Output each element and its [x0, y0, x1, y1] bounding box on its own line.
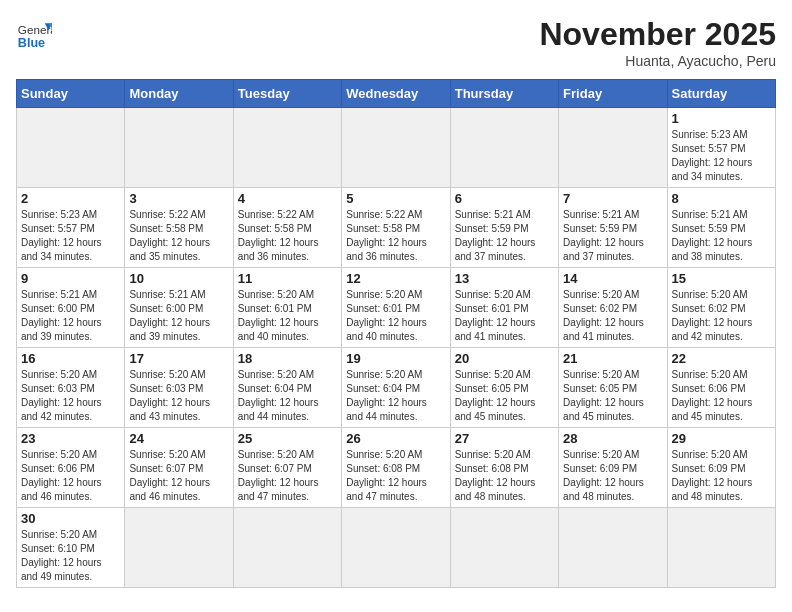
month-title: November 2025: [539, 16, 776, 53]
calendar-day-cell: 6Sunrise: 5:21 AMSunset: 5:59 PMDaylight…: [450, 188, 558, 268]
day-number: 16: [21, 351, 120, 366]
day-info: Sunrise: 5:20 AMSunset: 6:03 PMDaylight:…: [129, 368, 228, 424]
calendar-day-cell: [450, 508, 558, 588]
calendar-header-row: SundayMondayTuesdayWednesdayThursdayFrid…: [17, 80, 776, 108]
day-number: 10: [129, 271, 228, 286]
calendar-day-cell: 14Sunrise: 5:20 AMSunset: 6:02 PMDayligh…: [559, 268, 667, 348]
column-header-wednesday: Wednesday: [342, 80, 450, 108]
day-number: 18: [238, 351, 337, 366]
logo-icon: General Blue: [16, 16, 52, 52]
day-number: 26: [346, 431, 445, 446]
day-number: 15: [672, 271, 771, 286]
calendar-day-cell: 25Sunrise: 5:20 AMSunset: 6:07 PMDayligh…: [233, 428, 341, 508]
day-number: 2: [21, 191, 120, 206]
day-number: 19: [346, 351, 445, 366]
calendar-day-cell: 22Sunrise: 5:20 AMSunset: 6:06 PMDayligh…: [667, 348, 775, 428]
calendar-week-row: 23Sunrise: 5:20 AMSunset: 6:06 PMDayligh…: [17, 428, 776, 508]
calendar-day-cell: 18Sunrise: 5:20 AMSunset: 6:04 PMDayligh…: [233, 348, 341, 428]
calendar-week-row: 30Sunrise: 5:20 AMSunset: 6:10 PMDayligh…: [17, 508, 776, 588]
day-number: 3: [129, 191, 228, 206]
location-subtitle: Huanta, Ayacucho, Peru: [539, 53, 776, 69]
day-info: Sunrise: 5:20 AMSunset: 6:03 PMDaylight:…: [21, 368, 120, 424]
day-number: 1: [672, 111, 771, 126]
day-number: 28: [563, 431, 662, 446]
day-number: 6: [455, 191, 554, 206]
calendar-day-cell: 19Sunrise: 5:20 AMSunset: 6:04 PMDayligh…: [342, 348, 450, 428]
day-info: Sunrise: 5:21 AMSunset: 5:59 PMDaylight:…: [455, 208, 554, 264]
calendar-day-cell: 9Sunrise: 5:21 AMSunset: 6:00 PMDaylight…: [17, 268, 125, 348]
day-info: Sunrise: 5:20 AMSunset: 6:06 PMDaylight:…: [21, 448, 120, 504]
day-info: Sunrise: 5:22 AMSunset: 5:58 PMDaylight:…: [129, 208, 228, 264]
column-header-friday: Friday: [559, 80, 667, 108]
calendar-day-cell: 17Sunrise: 5:20 AMSunset: 6:03 PMDayligh…: [125, 348, 233, 428]
calendar-day-cell: 23Sunrise: 5:20 AMSunset: 6:06 PMDayligh…: [17, 428, 125, 508]
svg-text:Blue: Blue: [18, 36, 45, 50]
day-info: Sunrise: 5:20 AMSunset: 6:09 PMDaylight:…: [563, 448, 662, 504]
page-header: General Blue November 2025 Huanta, Ayacu…: [16, 16, 776, 69]
calendar-day-cell: 27Sunrise: 5:20 AMSunset: 6:08 PMDayligh…: [450, 428, 558, 508]
day-number: 30: [21, 511, 120, 526]
calendar-day-cell: 24Sunrise: 5:20 AMSunset: 6:07 PMDayligh…: [125, 428, 233, 508]
day-number: 8: [672, 191, 771, 206]
day-number: 24: [129, 431, 228, 446]
day-info: Sunrise: 5:23 AMSunset: 5:57 PMDaylight:…: [21, 208, 120, 264]
day-number: 14: [563, 271, 662, 286]
day-info: Sunrise: 5:20 AMSunset: 6:09 PMDaylight:…: [672, 448, 771, 504]
day-number: 9: [21, 271, 120, 286]
day-number: 22: [672, 351, 771, 366]
day-info: Sunrise: 5:21 AMSunset: 5:59 PMDaylight:…: [563, 208, 662, 264]
day-info: Sunrise: 5:21 AMSunset: 6:00 PMDaylight:…: [21, 288, 120, 344]
day-number: 7: [563, 191, 662, 206]
day-info: Sunrise: 5:20 AMSunset: 6:05 PMDaylight:…: [563, 368, 662, 424]
day-info: Sunrise: 5:22 AMSunset: 5:58 PMDaylight:…: [238, 208, 337, 264]
calendar-day-cell: [667, 508, 775, 588]
calendar-table: SundayMondayTuesdayWednesdayThursdayFrid…: [16, 79, 776, 588]
day-number: 29: [672, 431, 771, 446]
day-number: 23: [21, 431, 120, 446]
day-info: Sunrise: 5:20 AMSunset: 6:01 PMDaylight:…: [346, 288, 445, 344]
calendar-day-cell: [233, 108, 341, 188]
day-info: Sunrise: 5:20 AMSunset: 6:07 PMDaylight:…: [129, 448, 228, 504]
calendar-day-cell: 12Sunrise: 5:20 AMSunset: 6:01 PMDayligh…: [342, 268, 450, 348]
day-info: Sunrise: 5:20 AMSunset: 6:04 PMDaylight:…: [346, 368, 445, 424]
day-info: Sunrise: 5:20 AMSunset: 6:10 PMDaylight:…: [21, 528, 120, 584]
column-header-saturday: Saturday: [667, 80, 775, 108]
column-header-tuesday: Tuesday: [233, 80, 341, 108]
calendar-day-cell: 4Sunrise: 5:22 AMSunset: 5:58 PMDaylight…: [233, 188, 341, 268]
calendar-day-cell: 5Sunrise: 5:22 AMSunset: 5:58 PMDaylight…: [342, 188, 450, 268]
day-info: Sunrise: 5:20 AMSunset: 6:02 PMDaylight:…: [563, 288, 662, 344]
day-info: Sunrise: 5:20 AMSunset: 6:07 PMDaylight:…: [238, 448, 337, 504]
calendar-day-cell: [559, 108, 667, 188]
calendar-day-cell: [559, 508, 667, 588]
column-header-sunday: Sunday: [17, 80, 125, 108]
calendar-day-cell: 1Sunrise: 5:23 AMSunset: 5:57 PMDaylight…: [667, 108, 775, 188]
calendar-day-cell: 20Sunrise: 5:20 AMSunset: 6:05 PMDayligh…: [450, 348, 558, 428]
day-number: 4: [238, 191, 337, 206]
day-info: Sunrise: 5:21 AMSunset: 5:59 PMDaylight:…: [672, 208, 771, 264]
calendar-week-row: 1Sunrise: 5:23 AMSunset: 5:57 PMDaylight…: [17, 108, 776, 188]
day-info: Sunrise: 5:20 AMSunset: 6:08 PMDaylight:…: [346, 448, 445, 504]
day-info: Sunrise: 5:21 AMSunset: 6:00 PMDaylight:…: [129, 288, 228, 344]
calendar-day-cell: 8Sunrise: 5:21 AMSunset: 5:59 PMDaylight…: [667, 188, 775, 268]
title-area: November 2025 Huanta, Ayacucho, Peru: [539, 16, 776, 69]
day-info: Sunrise: 5:20 AMSunset: 6:04 PMDaylight:…: [238, 368, 337, 424]
calendar-day-cell: 3Sunrise: 5:22 AMSunset: 5:58 PMDaylight…: [125, 188, 233, 268]
day-number: 25: [238, 431, 337, 446]
calendar-day-cell: 28Sunrise: 5:20 AMSunset: 6:09 PMDayligh…: [559, 428, 667, 508]
day-number: 27: [455, 431, 554, 446]
calendar-day-cell: [450, 108, 558, 188]
calendar-day-cell: 15Sunrise: 5:20 AMSunset: 6:02 PMDayligh…: [667, 268, 775, 348]
day-info: Sunrise: 5:20 AMSunset: 6:05 PMDaylight:…: [455, 368, 554, 424]
column-header-monday: Monday: [125, 80, 233, 108]
day-number: 13: [455, 271, 554, 286]
calendar-day-cell: 26Sunrise: 5:20 AMSunset: 6:08 PMDayligh…: [342, 428, 450, 508]
calendar-day-cell: [233, 508, 341, 588]
calendar-day-cell: [125, 108, 233, 188]
calendar-day-cell: [342, 508, 450, 588]
calendar-day-cell: 7Sunrise: 5:21 AMSunset: 5:59 PMDaylight…: [559, 188, 667, 268]
day-number: 17: [129, 351, 228, 366]
day-number: 5: [346, 191, 445, 206]
column-header-thursday: Thursday: [450, 80, 558, 108]
calendar-day-cell: 30Sunrise: 5:20 AMSunset: 6:10 PMDayligh…: [17, 508, 125, 588]
day-info: Sunrise: 5:20 AMSunset: 6:06 PMDaylight:…: [672, 368, 771, 424]
